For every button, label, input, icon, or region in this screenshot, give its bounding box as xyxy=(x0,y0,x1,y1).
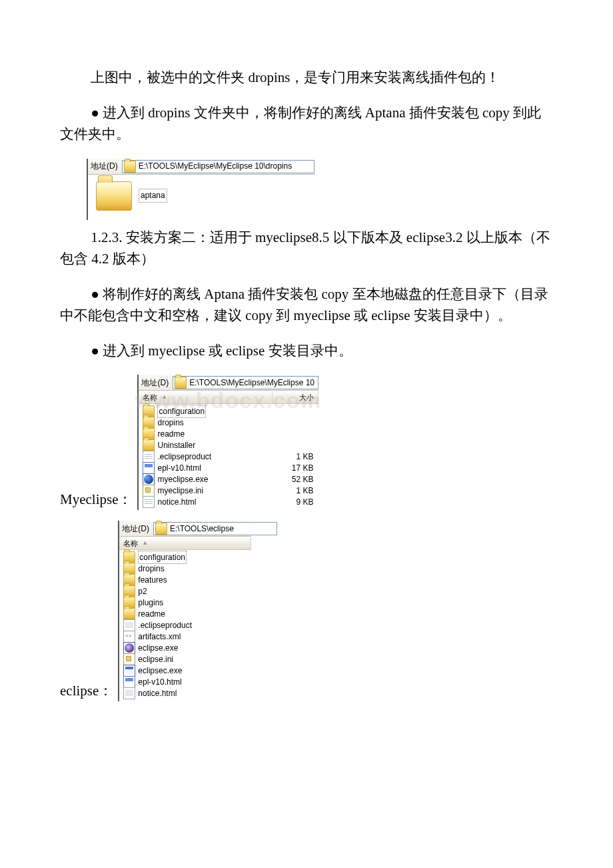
folder-open-icon xyxy=(175,377,187,389)
file-list: configurationdropinsreadmeUninstaller.ec… xyxy=(139,404,318,510)
file-name: myeclipse.exe xyxy=(157,473,208,486)
file-icon xyxy=(143,451,155,463)
list-item[interactable]: readme xyxy=(141,428,316,439)
html-file-icon xyxy=(123,676,135,688)
file-list: configurationdropinsfeaturesp2pluginsrea… xyxy=(119,550,251,701)
file-name: features xyxy=(138,574,167,587)
list-item[interactable]: p2 xyxy=(122,585,249,597)
folder-open-icon xyxy=(124,161,136,173)
list-item[interactable]: dropins xyxy=(141,417,316,428)
file-name: dropins xyxy=(138,563,164,575)
html-file-icon xyxy=(143,462,155,474)
file-name: notice.html xyxy=(138,687,177,700)
address-label: 地址(D) xyxy=(119,523,153,535)
exe-file-icon xyxy=(143,473,155,485)
folder-icon[interactable] xyxy=(96,181,132,211)
column-header-name[interactable]: 名称 ▲ xyxy=(119,537,251,549)
list-item[interactable]: notice.html9 KB xyxy=(141,496,316,507)
address-path: E:\TOOLS\MyEclipse\MyEclipse 10 xyxy=(189,377,314,389)
address-field[interactable]: E:\TOOLS\eclipse xyxy=(153,522,277,535)
list-item[interactable]: configuration xyxy=(141,405,316,417)
folder-icon xyxy=(123,608,135,620)
column-header-label: 大小 xyxy=(299,392,314,403)
ini-file-icon xyxy=(123,653,135,665)
list-item[interactable]: eclipse.ini xyxy=(122,653,249,665)
list-item[interactable]: .eclipseproduct xyxy=(122,619,249,631)
column-header-size[interactable]: 大小 xyxy=(273,391,318,403)
list-item[interactable]: features xyxy=(122,574,249,585)
file-name: notice.html xyxy=(157,496,196,509)
file-list: aptana xyxy=(88,175,314,220)
column-header-name[interactable]: 名称 ▲ xyxy=(139,391,273,403)
address-path: E:\TOOLS\MyEclipse\MyEclipse 10\dropins xyxy=(139,160,293,173)
explorer-window: www.bdocx.com 地址(D) E:\TOOLS\MyEclipse\M… xyxy=(137,375,318,510)
list-item[interactable]: myeclipse.exe52 KB xyxy=(141,473,316,485)
sort-asc-icon: ▲ xyxy=(161,393,167,402)
list-item[interactable]: .eclipseproduct1 KB xyxy=(141,451,316,462)
sort-asc-icon: ▲ xyxy=(142,539,148,548)
file-name: readme xyxy=(138,608,165,621)
explorer-window: 地址(D) E:\TOOLS\eclipse 名称 ▲ configuratio… xyxy=(118,521,251,701)
file-size: 1 KB xyxy=(268,451,316,463)
list-item[interactable]: artifacts.xml xyxy=(122,631,249,642)
folder-open-icon xyxy=(155,523,167,535)
file-name: .eclipseproduct xyxy=(157,451,211,463)
file-name: Uninstaller xyxy=(157,439,195,452)
file-name: epl-v10.html xyxy=(138,676,181,689)
list-item[interactable]: eclipse.exe xyxy=(122,642,249,653)
file-name: readme xyxy=(157,428,185,441)
ini-file-icon xyxy=(143,485,155,497)
folder-label[interactable]: aptana xyxy=(139,189,167,203)
list-header: 名称 ▲ 大小 xyxy=(139,391,318,404)
file-icon xyxy=(123,687,135,699)
file-name: myeclipse.ini xyxy=(157,485,203,497)
list-item[interactable]: plugins xyxy=(122,597,249,608)
exe-file-icon xyxy=(123,642,135,654)
caption: Myeclipse： xyxy=(60,489,132,511)
list-header: 名称 ▲ xyxy=(119,537,251,550)
caption: eclipse： xyxy=(60,680,113,702)
list-item[interactable]: epl-v10.html17 KB xyxy=(141,462,316,473)
address-label: 地址(D) xyxy=(88,160,122,173)
file-size: 52 KB xyxy=(268,473,316,486)
list-item[interactable]: readme xyxy=(122,608,249,619)
document-page: 上图中，被选中的文件夹 dropins，是专门用来安装离线插件包的！ ● 进入到… xyxy=(0,0,613,739)
explorer-window: 地址(D) E:\TOOLS\MyEclipse\MyEclipse 10\dr… xyxy=(87,159,314,220)
paragraph: ● 进入到 myeclipse 或 eclipse 安装目录中。 xyxy=(60,340,553,362)
list-item[interactable]: configuration xyxy=(122,551,249,563)
address-bar: 地址(D) E:\TOOLS\MyEclipse\MyEclipse 10 xyxy=(139,375,318,391)
address-field[interactable]: E:\TOOLS\MyEclipse\MyEclipse 10\dropins xyxy=(122,160,314,173)
file-name: eclipse.ini xyxy=(138,653,173,666)
paragraph: ● 将制作好的离线 Aptana 插件安装包 copy 至本地磁盘的任意目录下（… xyxy=(60,283,553,327)
file-size: 9 KB xyxy=(268,496,316,509)
file-name: plugins xyxy=(138,597,163,609)
file-name: epl-v10.html xyxy=(157,462,201,475)
paragraph: 1.2.3. 安装方案二：适用于 myeclipse8.5 以下版本及 ecli… xyxy=(60,227,553,270)
xml-file-icon xyxy=(123,631,135,643)
paragraph: 上图中，被选中的文件夹 dropins，是专门用来安装离线插件包的！ xyxy=(60,67,553,89)
file-name: p2 xyxy=(138,585,147,598)
file-size: 1 KB xyxy=(268,485,316,497)
address-field[interactable]: E:\TOOLS\MyEclipse\MyEclipse 10 xyxy=(173,376,318,389)
folder-icon xyxy=(143,439,155,451)
list-item[interactable]: Uninstaller xyxy=(141,439,316,451)
file-name: eclipse.exe xyxy=(138,642,178,655)
list-item[interactable]: myeclipse.ini1 KB xyxy=(141,485,316,496)
file-name: .eclipseproduct xyxy=(138,619,192,632)
file-name: eclipsec.exe xyxy=(138,665,182,677)
list-item[interactable]: eclipsec.exe xyxy=(122,665,249,676)
column-header-label: 名称 xyxy=(143,392,157,403)
address-bar: 地址(D) E:\TOOLS\eclipse xyxy=(119,521,251,537)
list-item[interactable]: epl-v10.html xyxy=(122,676,249,687)
file-icon xyxy=(123,619,135,631)
address-label: 地址(D) xyxy=(139,377,173,389)
paragraph: ● 进入到 dropins 文件夹中，将制作好的离线 Aptana 插件安装包 … xyxy=(60,102,553,145)
file-icon xyxy=(143,496,155,508)
exe-file-icon xyxy=(123,665,135,677)
file-size: 17 KB xyxy=(268,462,316,475)
list-item[interactable]: dropins xyxy=(122,563,249,574)
file-name: artifacts.xml xyxy=(138,631,181,643)
column-header-label: 名称 xyxy=(123,538,138,549)
list-item[interactable]: notice.html xyxy=(122,687,249,699)
file-name: dropins xyxy=(157,417,183,429)
